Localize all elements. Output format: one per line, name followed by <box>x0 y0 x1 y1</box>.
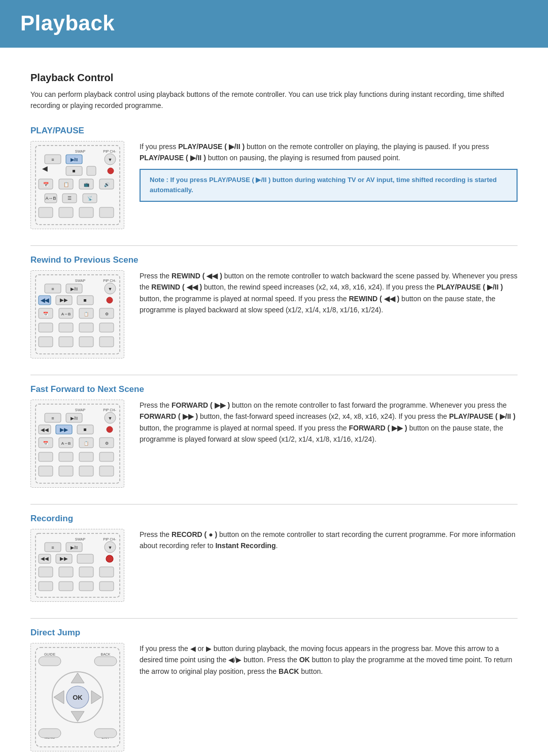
svg-text:PIP CH-: PIP CH- <box>103 408 116 412</box>
section-body-rewind: SWAP PIP CH- ≡ ▶/II ▼ ◀◀ ▶▶ ⏹ <box>30 270 518 358</box>
svg-rect-134 <box>94 729 117 738</box>
divider-1 <box>30 245 518 246</box>
svg-text:▼: ▼ <box>108 286 112 292</box>
svg-rect-61 <box>59 337 73 347</box>
section-text-fast-forward: Press the FORWARD ( ▶▶ ) button on the r… <box>140 400 518 449</box>
svg-text:◀◀: ◀◀ <box>41 427 49 433</box>
svg-rect-57 <box>59 323 73 332</box>
svg-rect-90 <box>79 452 93 461</box>
remote-image-direct-jump: GUIDE BACK <box>30 643 124 751</box>
svg-text:◀◀: ◀◀ <box>41 556 49 561</box>
svg-point-47 <box>107 297 113 303</box>
svg-text:A↔B: A↔B <box>45 196 56 201</box>
section-text-rewind: Press the REWIND ( ◀◀ ) button on the re… <box>140 270 518 320</box>
svg-rect-30 <box>79 207 93 218</box>
svg-text:📋: 📋 <box>63 182 69 188</box>
playback-control-intro: Playback Control You can perform playbac… <box>30 72 518 112</box>
divider-2 <box>30 375 518 375</box>
header: Playback <box>0 0 548 45</box>
svg-text:◀: ◀ <box>42 164 47 172</box>
main-content: Playback Control You can perform playbac… <box>0 48 548 756</box>
svg-text:≡: ≡ <box>51 286 54 292</box>
svg-rect-118 <box>99 582 114 591</box>
section-play-pause: PLAY/PAUSE SWAP PIP CH- ≡ ▶/II <box>30 126 518 229</box>
svg-text:▼: ▼ <box>108 416 112 421</box>
svg-text:⏹: ⏹ <box>83 298 87 303</box>
svg-rect-92 <box>39 466 53 476</box>
svg-text:≡: ≡ <box>51 157 54 162</box>
section-title-fast-forward: Fast Forward to Next Scene <box>30 384 518 394</box>
svg-text:⚙: ⚙ <box>105 441 108 446</box>
divider-3 <box>30 504 518 505</box>
svg-rect-59 <box>99 323 114 332</box>
section-title-direct-jump: Direct Jump <box>30 628 518 638</box>
svg-rect-111 <box>39 567 53 577</box>
svg-text:▶/II: ▶/II <box>70 157 78 162</box>
section-title-recording: Recording <box>30 514 518 524</box>
svg-rect-95 <box>99 466 114 476</box>
svg-rect-112 <box>59 567 73 577</box>
remote-image-rewind: SWAP PIP CH- ≡ ▶/II ▼ ◀◀ ▶▶ ⏹ <box>30 270 124 358</box>
svg-rect-109 <box>77 554 93 563</box>
svg-marker-125 <box>71 711 84 722</box>
svg-text:SWAP: SWAP <box>75 408 85 412</box>
remote-image-recording: SWAP PIP CH- ≡ ▶/II ▼ ◀◀ ▶▶ <box>30 529 124 602</box>
svg-text:▼: ▼ <box>108 545 112 550</box>
svg-rect-115 <box>39 582 53 591</box>
svg-text:⏹: ⏹ <box>72 169 76 173</box>
svg-text:📋: 📋 <box>84 311 89 316</box>
svg-text:📅: 📅 <box>43 182 49 188</box>
svg-text:PIP CH-: PIP CH- <box>103 279 116 282</box>
svg-text:BACK: BACK <box>100 653 110 656</box>
svg-rect-12 <box>87 166 96 175</box>
svg-rect-113 <box>79 567 93 577</box>
svg-marker-126 <box>54 691 64 704</box>
page-title: Playback <box>20 11 528 35</box>
svg-text:OK: OK <box>73 694 83 701</box>
section-rewind: Rewind to Previous Scene SWAP PIP CH- ≡ … <box>30 255 518 358</box>
playback-control-title: Playback Control <box>30 72 518 84</box>
svg-text:PIP CH-: PIP CH- <box>103 150 116 153</box>
svg-point-110 <box>106 555 113 562</box>
section-title-rewind: Rewind to Previous Scene <box>30 255 518 265</box>
remote-svg-play-pause: SWAP PIP CH- ≡ ▶/II ▼ ◀ ⏹ <box>35 145 121 226</box>
section-text-recording: Press the RECORD ( ● ) button on the rem… <box>140 529 518 556</box>
remote-image-fast-forward: SWAP PIP CH- ≡ ▶/II ▼ ◀◀ ▶▶ ⏹ <box>30 400 124 488</box>
svg-text:SWAP: SWAP <box>75 279 85 282</box>
remote-svg-rewind: SWAP PIP CH- ≡ ▶/II ▼ ◀◀ ▶▶ ⏹ <box>35 274 121 355</box>
playback-control-text: You can perform playback control using p… <box>30 89 518 112</box>
svg-rect-31 <box>99 207 114 218</box>
svg-text:A↔B: A↔B <box>61 441 71 446</box>
svg-text:PIP CH-: PIP CH- <box>103 537 116 541</box>
svg-text:⏹: ⏹ <box>83 427 87 432</box>
svg-rect-123 <box>94 657 117 666</box>
svg-text:A↔B: A↔B <box>61 312 71 316</box>
svg-text:≡: ≡ <box>51 545 54 550</box>
svg-rect-117 <box>79 582 93 591</box>
svg-rect-91 <box>99 452 114 461</box>
recording-text: Press the RECORD ( ● ) button on the rem… <box>140 529 518 552</box>
section-recording: Recording SWAP PIP CH- ≡ ▶/II ▼ ◀◀ ▶▶ <box>30 514 518 602</box>
svg-text:📅: 📅 <box>43 311 48 316</box>
svg-rect-60 <box>39 337 53 347</box>
remote-svg-fast-forward: SWAP PIP CH- ≡ ▶/II ▼ ◀◀ ▶▶ ⏹ <box>35 403 121 484</box>
svg-text:▶▶: ▶▶ <box>60 556 68 561</box>
play-pause-text: If you press PLAY/PAUSE ( ▶/II ) button … <box>140 141 518 164</box>
section-body-fast-forward: SWAP PIP CH- ≡ ▶/II ▼ ◀◀ ▶▶ ⏹ <box>30 400 518 488</box>
play-pause-note: Note : If you press PLAY/PAUSE ( ▶/II ) … <box>140 169 518 202</box>
section-title-play-pause: PLAY/PAUSE <box>30 126 518 136</box>
section-text-direct-jump: If you press the ◀ or ▶ button during pl… <box>140 643 518 681</box>
svg-rect-28 <box>39 207 53 218</box>
svg-rect-62 <box>79 337 93 347</box>
fast-forward-text: Press the FORWARD ( ▶▶ ) button on the r… <box>140 400 518 445</box>
svg-text:▶/II: ▶/II <box>70 416 78 421</box>
svg-text:🔊: 🔊 <box>104 182 110 188</box>
svg-point-79 <box>107 426 113 433</box>
rewind-text: Press the REWIND ( ◀◀ ) button on the re… <box>140 270 518 316</box>
remote-image-play-pause: SWAP PIP CH- ≡ ▶/II ▼ ◀ ⏹ <box>30 141 124 229</box>
svg-rect-93 <box>59 466 73 476</box>
svg-rect-63 <box>99 337 114 347</box>
svg-text:GUIDE: GUIDE <box>44 653 55 656</box>
remote-svg-recording: SWAP PIP CH- ≡ ▶/II ▼ ◀◀ ▶▶ <box>35 532 121 598</box>
svg-text:☰: ☰ <box>67 196 72 201</box>
